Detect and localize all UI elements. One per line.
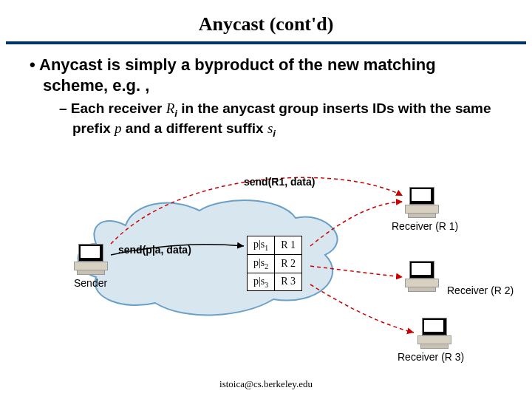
var-s-sub: i (273, 128, 276, 139)
bullet-level1: • Anycast is simply a byproduct of the n… (13, 55, 532, 100)
sender-label: Sender (74, 277, 107, 289)
cell-prefix-3: p|s3 (248, 273, 275, 291)
footer-email: istoica@cs.berkeley.edu (0, 378, 532, 390)
receiver3-computer-icon (417, 318, 453, 346)
cell-prefix-2: p|s2 (248, 254, 275, 273)
cell-rid-3: R 3 (275, 273, 302, 291)
table-row: p|s3 R 3 (248, 273, 302, 291)
cell-prefix-1: p|s1 (248, 236, 275, 255)
b2-pre: – Each receiver (59, 100, 166, 116)
table-row: p|s2 R 2 (248, 254, 302, 273)
receiver2-computer-icon (405, 261, 440, 289)
bullet-level2: – Each receiver Ri in the anycast group … (13, 100, 532, 143)
slide-title: Anycast (cont'd) (0, 0, 532, 41)
receiver2-label: Receiver (R 2) (447, 284, 514, 296)
var-R: R (166, 100, 175, 116)
var-p: p (115, 120, 122, 136)
sender-computer-icon (74, 244, 109, 272)
cell-rid-2: R 2 (275, 254, 302, 273)
receiver3-label: Receiver (R 3) (398, 351, 464, 363)
id-table: p|s1 R 1 p|s2 R 2 p|s3 R 3 (247, 236, 302, 291)
table-row: p|s1 R 1 (248, 236, 302, 255)
cell-rid-1: R 1 (275, 236, 302, 255)
receiver1-label: Receiver (R 1) (392, 220, 458, 232)
send-top-label: send(R1, data) (244, 176, 315, 188)
send-left-label: send(p|a, data) (118, 244, 191, 256)
receiver1-computer-icon (405, 187, 440, 215)
title-rule (6, 41, 526, 44)
diagram-area: p|s1 R 1 p|s2 R 2 p|s3 R 3 send(R1, data… (0, 174, 532, 366)
b2-mid2: and a different suffix (122, 120, 267, 136)
